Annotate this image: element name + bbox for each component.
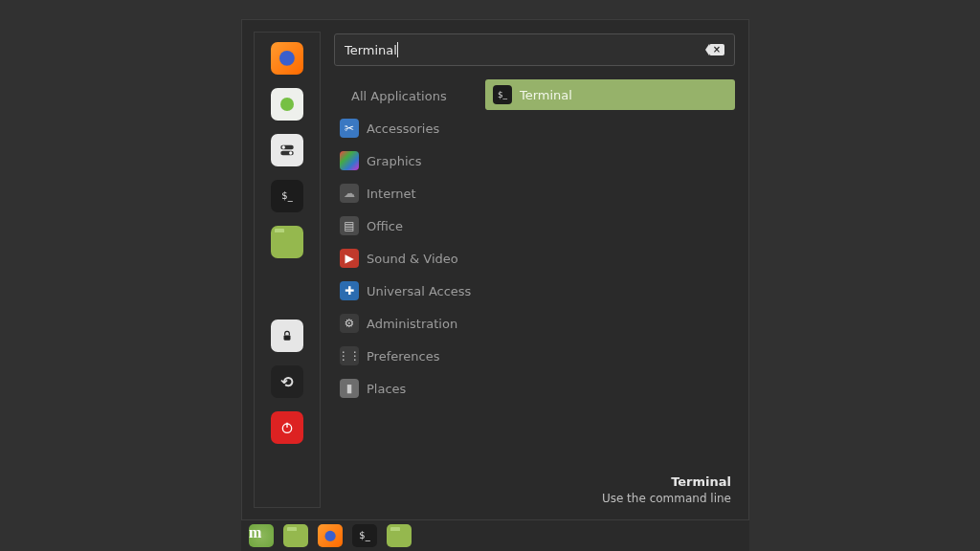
fav-firefox[interactable]	[271, 42, 303, 75]
category-office[interactable]: ▤Office	[334, 209, 478, 242]
universal-access-icon: ✚	[340, 281, 359, 300]
category-administration[interactable]: ⚙Administration	[334, 307, 478, 340]
result-terminal[interactable]: $_Terminal	[485, 79, 735, 110]
svg-point-4	[289, 151, 292, 154]
category-all-applications[interactable]: All Applications	[334, 79, 478, 112]
taskbar-desktop[interactable]	[281, 523, 310, 548]
category-universal-access[interactable]: ✚Universal Access	[334, 275, 478, 307]
taskbar-terminal[interactable]	[350, 523, 379, 548]
category-accessories[interactable]: ✂Accessories	[334, 112, 478, 144]
category-places[interactable]: ▮Places	[334, 372, 478, 405]
category-label: Graphics	[367, 154, 421, 168]
category-graphics[interactable]: Graphics	[334, 144, 478, 177]
taskbar-menu[interactable]	[247, 523, 276, 548]
fav-software[interactable]	[271, 88, 303, 121]
taskbar	[241, 520, 749, 551]
taskbar-firefox[interactable]	[316, 523, 345, 548]
category-preferences[interactable]: ⋮⋮Preferences	[334, 340, 478, 372]
selection-subtitle: Use the command line	[334, 491, 731, 506]
fav-terminal[interactable]	[271, 180, 303, 212]
places-icon: ▮	[340, 379, 359, 398]
category-label: Preferences	[367, 349, 439, 364]
preferences-icon: ⋮⋮	[340, 346, 359, 365]
taskbar-files[interactable]	[385, 523, 413, 548]
category-sound-video[interactable]: ▶Sound & Video	[334, 242, 478, 275]
sound-video-icon: ▶	[340, 249, 359, 268]
category-internet[interactable]: ☁Internet	[334, 177, 478, 209]
favorites-column	[254, 32, 321, 508]
result-label: Terminal	[520, 88, 572, 102]
application-menu: Terminal All Applications✂AccessoriesGra…	[241, 19, 749, 520]
clear-search-icon[interactable]	[709, 44, 724, 55]
menu-right-pane: Terminal All Applications✂AccessoriesGra…	[321, 20, 748, 519]
category-label: Accessories	[367, 121, 439, 136]
results-list: $_Terminal	[478, 79, 735, 470]
fav-settings[interactable]	[271, 134, 303, 166]
graphics-icon	[340, 151, 359, 170]
fav-power[interactable]	[271, 411, 303, 444]
category-label: Universal Access	[367, 284, 471, 298]
category-list: All Applications✂AccessoriesGraphics☁Int…	[334, 79, 478, 470]
accessories-icon: ✂	[340, 119, 359, 138]
internet-icon: ☁	[340, 184, 359, 203]
svg-rect-5	[284, 335, 291, 340]
category-label: Office	[367, 219, 403, 233]
fav-files[interactable]	[271, 226, 303, 258]
category-label: All Applications	[351, 89, 447, 103]
administration-icon: ⚙	[340, 314, 359, 333]
category-label: Places	[367, 382, 406, 396]
terminal-icon: $_	[493, 85, 512, 104]
selection-description: Terminal Use the command line	[334, 470, 735, 510]
category-label: Sound & Video	[367, 252, 458, 266]
svg-point-2	[282, 145, 285, 148]
category-label: Administration	[367, 317, 457, 331]
search-field[interactable]: Terminal	[334, 33, 735, 66]
category-label: Internet	[367, 187, 416, 201]
search-text: Terminal	[345, 43, 397, 57]
fav-lock[interactable]	[271, 320, 303, 352]
fav-logout[interactable]	[271, 365, 303, 398]
office-icon: ▤	[340, 216, 359, 235]
selection-title: Terminal	[334, 474, 731, 491]
